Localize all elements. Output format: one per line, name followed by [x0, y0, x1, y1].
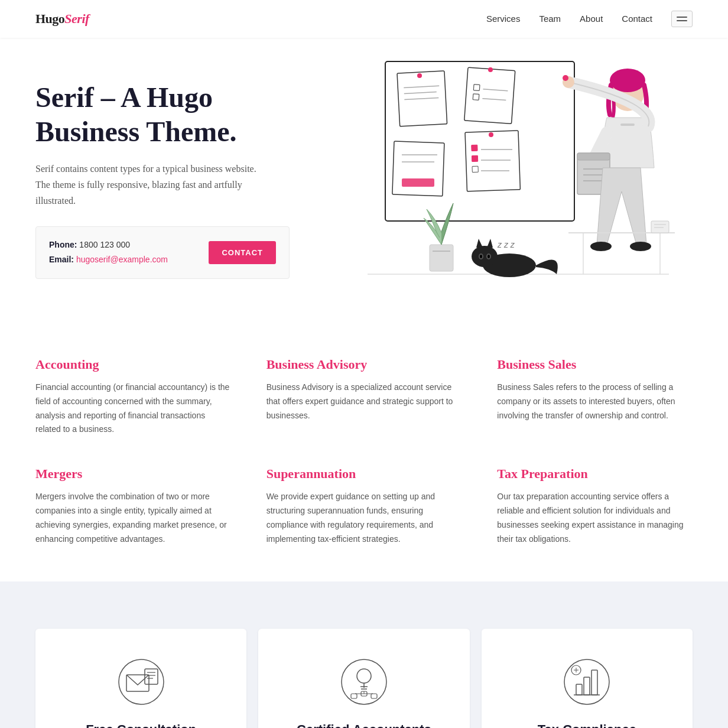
- contact-button[interactable]: CONTACT: [209, 241, 276, 264]
- navbar: HugoSerif Services Team About Contact: [0, 0, 728, 38]
- service-title-tax-prep: Tax Preparation: [497, 466, 693, 482]
- feature-label-consultation: Free Consultation: [86, 722, 196, 728]
- hero-illustration: z z z: [291, 38, 728, 310]
- svg-rect-68: [351, 694, 357, 698]
- service-item-advisory: Business Advisory Business Advisory is a…: [266, 357, 462, 437]
- feature-label-accountants: Certified Accountants: [297, 722, 431, 728]
- service-item-superannuation: Superannuation We provide expert guidanc…: [266, 466, 462, 546]
- logo-text-plain: Hugo: [35, 11, 64, 26]
- email-line: Email: hugoserif@example.com: [49, 252, 168, 267]
- svg-point-17: [489, 132, 493, 137]
- svg-point-28: [563, 75, 568, 81]
- hamburger-line-2: [677, 20, 687, 21]
- svg-point-46: [488, 255, 490, 258]
- nav-links: Services Team About Contact: [486, 14, 652, 24]
- feature-card-accountants: Certified Accountants: [258, 629, 469, 728]
- logo-text-serif: Serif: [64, 11, 89, 26]
- svg-rect-6: [464, 67, 515, 124]
- phone-line: Phone: 1800 123 000: [49, 238, 168, 252]
- service-desc-sales: Business Sales refers to the process of …: [497, 381, 693, 422]
- contact-info-box: Phone: 1800 123 000 Email: hugoserif@exa…: [35, 226, 290, 278]
- service-desc-advisory: Business Advisory is a specialized accou…: [266, 381, 462, 422]
- accountants-icon: [340, 658, 388, 708]
- service-title-superannuation: Superannuation: [266, 466, 462, 482]
- svg-point-25: [610, 69, 645, 92]
- svg-point-34: [590, 242, 612, 251]
- svg-rect-74: [592, 670, 597, 695]
- service-item-accounting: Accounting Financial accounting (or fina…: [35, 357, 231, 437]
- nav-link-team[interactable]: Team: [539, 14, 561, 24]
- service-title-sales: Business Sales: [497, 357, 693, 372]
- email-value[interactable]: hugoserif@example.com: [76, 255, 168, 264]
- hero-content: Serif – A Hugo Business Theme. Serif con…: [35, 80, 319, 278]
- svg-rect-73: [584, 677, 590, 695]
- svg-rect-69: [371, 694, 377, 698]
- hero-section: Serif – A Hugo Business Theme. Serif con…: [0, 38, 728, 310]
- svg-point-40: [472, 246, 498, 267]
- service-title-accounting: Accounting: [35, 357, 231, 372]
- nav-link-about[interactable]: About: [580, 14, 603, 24]
- nav-right: Services Team About Contact: [486, 11, 693, 27]
- service-desc-tax-prep: Our tax preparation accounting service o…: [497, 490, 693, 546]
- svg-marker-41: [476, 239, 483, 248]
- svg-point-2: [417, 73, 422, 78]
- svg-rect-15: [402, 178, 434, 187]
- service-item-tax-prep: Tax Preparation Our tax preparation acco…: [497, 466, 693, 546]
- hamburger-line-1: [677, 17, 687, 18]
- services-grid: Accounting Financial accounting (or fina…: [35, 357, 693, 546]
- svg-rect-53: [654, 227, 664, 228]
- svg-rect-26: [620, 124, 635, 126]
- svg-text:z z z: z z z: [497, 240, 515, 249]
- consultation-icon: [118, 658, 165, 708]
- svg-rect-38: [433, 251, 450, 252]
- feature-card-tax: Tax Compliance: [482, 629, 693, 728]
- feature-card-consultation: Free Consultation: [35, 629, 246, 728]
- svg-rect-20: [472, 155, 478, 161]
- svg-rect-30: [577, 153, 610, 160]
- contact-details: Phone: 1800 123 000 Email: hugoserif@exa…: [49, 238, 168, 267]
- svg-rect-18: [472, 145, 477, 151]
- svg-point-60: [342, 659, 386, 704]
- service-desc-superannuation: We provide expert guidance on setting up…: [266, 490, 462, 546]
- tax-compliance-icon: [563, 658, 610, 708]
- svg-rect-37: [430, 245, 453, 271]
- svg-rect-72: [576, 684, 582, 695]
- service-item-sales: Business Sales Business Sales refers to …: [497, 357, 693, 437]
- features-grid: Free Consultation: [35, 629, 693, 728]
- hero-svg: z z z: [338, 50, 681, 298]
- svg-point-35: [630, 242, 651, 251]
- nav-link-services[interactable]: Services: [486, 14, 521, 24]
- email-label: Email:: [49, 255, 74, 264]
- svg-marker-42: [487, 239, 493, 248]
- service-desc-accounting: Financial accounting (or financial accou…: [35, 381, 231, 437]
- svg-rect-12: [392, 141, 444, 196]
- hero-title: Serif – A Hugo Business Theme.: [35, 80, 319, 148]
- nav-link-contact[interactable]: Contact: [622, 14, 652, 24]
- service-item-mergers: Mergers Mergers involve the combination …: [35, 466, 231, 546]
- svg-point-61: [357, 669, 371, 683]
- service-title-advisory: Business Advisory: [266, 357, 462, 372]
- svg-point-70: [564, 659, 609, 704]
- svg-rect-52: [654, 224, 666, 225]
- svg-point-45: [480, 255, 482, 258]
- svg-point-7: [488, 67, 493, 72]
- services-section: Accounting Financial accounting (or fina…: [0, 310, 728, 581]
- feature-label-tax: Tax Compliance: [538, 722, 636, 728]
- service-title-mergers: Mergers: [35, 466, 231, 482]
- service-desc-mergers: Mergers involve the combination of two o…: [35, 490, 231, 546]
- features-section: Free Consultation: [0, 581, 728, 728]
- hamburger-button[interactable]: [671, 11, 693, 27]
- phone-label: Phone:: [49, 240, 77, 249]
- hero-subtitle: Serif contains content types for a typic…: [35, 161, 272, 209]
- phone-value: 1800 123 000: [79, 240, 130, 249]
- logo: HugoSerif: [35, 11, 89, 27]
